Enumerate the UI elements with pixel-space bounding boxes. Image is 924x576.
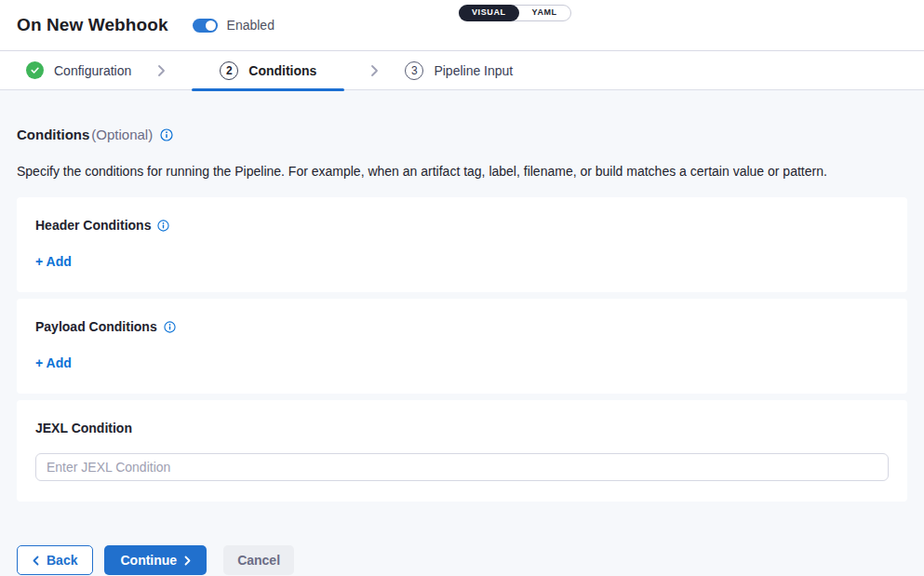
jexl-condition-title-row: JEXL Condition [35, 421, 889, 435]
tab-pipeline-input-label: Pipeline Input [434, 63, 513, 78]
wizard-footer: Back Continue Cancel [17, 545, 907, 575]
check-circle-icon [26, 61, 44, 79]
visual-yaml-toggle: VISUAL YAML [459, 5, 571, 21]
tab-configuration-label: Configuration [54, 63, 131, 78]
cancel-button[interactable]: Cancel [223, 545, 294, 575]
tab-conditions-label: Conditions [248, 63, 316, 78]
chevron-right-icon [184, 556, 191, 566]
page-title: On New Webhook [17, 15, 168, 35]
enabled-toggle[interactable] [193, 19, 218, 33]
info-icon[interactable] [160, 128, 173, 141]
continue-button[interactable]: Continue [104, 545, 207, 575]
conditions-heading-title: Conditions [17, 127, 89, 142]
wizard-stepper: Configuration 2 Conditions 3 Pipeline In… [0, 51, 924, 90]
toggle-knob [206, 20, 216, 31]
page-header: On New Webhook Enabled VISUAL YAML [0, 0, 924, 51]
info-icon[interactable] [157, 220, 169, 232]
tab-conditions[interactable]: 2 Conditions [192, 51, 344, 90]
cancel-button-label: Cancel [237, 553, 280, 568]
chevron-right-icon [157, 64, 166, 77]
step-2-number: 2 [220, 61, 238, 80]
enabled-label: Enabled [227, 18, 275, 33]
jexl-condition-title: JEXL Condition [35, 421, 132, 435]
visual-tab[interactable]: VISUAL [459, 5, 519, 21]
chevron-left-icon [33, 556, 39, 566]
webhook-wizard-page: On New Webhook Enabled VISUAL YAML Confi… [0, 0, 924, 576]
back-button[interactable]: Back [17, 545, 93, 575]
continue-button-label: Continue [120, 553, 177, 568]
conditions-panel: Conditions (Optional) Specify the condit… [0, 90, 924, 576]
header-conditions-title: Header Conditions [35, 218, 151, 233]
header-conditions-add-button[interactable]: + Add [35, 254, 72, 269]
payload-conditions-add-button[interactable]: + Add [35, 355, 72, 370]
enabled-toggle-group: Enabled [193, 18, 275, 33]
payload-conditions-card: Payload Conditions + Add [17, 299, 907, 394]
tab-configuration[interactable]: Configuration [26, 51, 131, 90]
yaml-tab[interactable]: YAML [519, 5, 570, 21]
back-button-label: Back [47, 553, 77, 568]
step-3-number: 3 [405, 61, 423, 80]
payload-conditions-title: Payload Conditions [35, 319, 157, 334]
conditions-description: Specify the conditions for running the P… [17, 164, 907, 179]
jexl-condition-card: JEXL Condition [17, 400, 907, 502]
info-icon[interactable] [164, 321, 176, 333]
tab-pipeline-input[interactable]: 3 Pipeline Input [405, 51, 513, 90]
conditions-heading: Conditions (Optional) [17, 127, 907, 142]
payload-conditions-title-row: Payload Conditions [35, 319, 889, 334]
chevron-right-icon [370, 64, 379, 77]
header-conditions-card: Header Conditions + Add [17, 197, 907, 292]
conditions-heading-optional: (Optional) [91, 127, 153, 142]
jexl-condition-input[interactable] [35, 453, 889, 481]
header-conditions-title-row: Header Conditions [35, 218, 889, 233]
